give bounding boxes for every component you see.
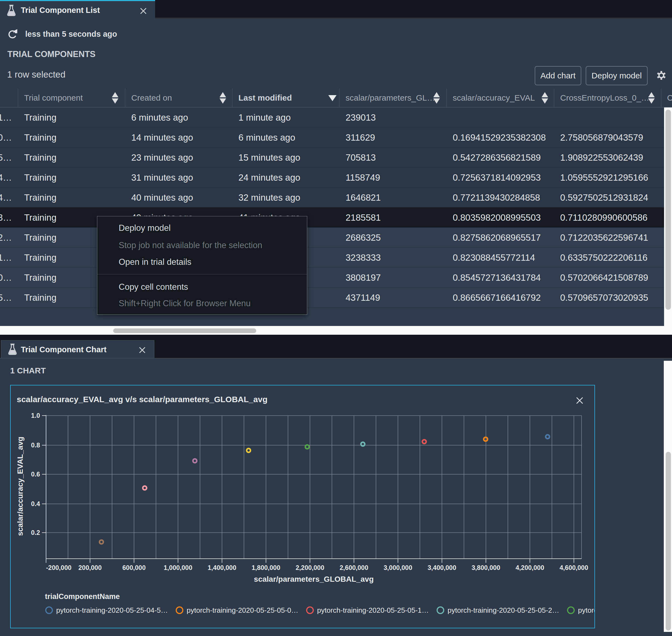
svg-text:0.2: 0.2 xyxy=(31,529,40,536)
svg-text:4,200,000: 4,200,000 xyxy=(515,564,544,571)
svg-text:pytorch-training-2020-05-25-05: pytorch-training-2020-05-25-05-0… xyxy=(187,606,299,614)
svg-text:1,800,000: 1,800,000 xyxy=(251,564,280,571)
svg-text:-200,000: -200,000 xyxy=(46,564,72,571)
svg-text:0.8: 0.8 xyxy=(31,442,40,449)
svg-text:pytorch-training-2020-05-25-05: pytorch-training-2020-05-25-05-1… xyxy=(317,606,429,614)
svg-text:200,000: 200,000 xyxy=(78,564,102,571)
svg-text:pytorch-training-2020-05-25-04: pytorch-training-2020-05-25-04-5… xyxy=(56,606,168,614)
svg-text:3,000,000: 3,000,000 xyxy=(384,564,412,571)
svg-text:3,800,000: 3,800,000 xyxy=(472,564,501,571)
svg-text:scalar/parameters_GLOBAL_avg: scalar/parameters_GLOBAL_avg xyxy=(254,575,373,583)
svg-text:2,200,000: 2,200,000 xyxy=(296,564,325,571)
svg-text:0.4: 0.4 xyxy=(31,500,40,508)
svg-text:pytorch-training-2020-05-25-05: pytorch-training-2020-05-25-05-2… xyxy=(448,606,559,614)
svg-text:1.0: 1.0 xyxy=(31,412,40,419)
svg-text:600,000: 600,000 xyxy=(123,564,146,571)
svg-text:scalar/accuracy_EVAL_avg: scalar/accuracy_EVAL_avg xyxy=(16,437,24,536)
svg-text:4,600,000: 4,600,000 xyxy=(559,564,588,571)
svg-text:1,000,000: 1,000,000 xyxy=(164,564,192,571)
svg-text:trialComponentName: trialComponentName xyxy=(45,592,120,601)
svg-text:2,600,000: 2,600,000 xyxy=(340,564,368,571)
svg-text:pytorch-training-2020-05-25-05: pytorch-training-2020-05-25-05-2… xyxy=(578,606,594,614)
svg-text:3,400,000: 3,400,000 xyxy=(428,564,456,571)
svg-text:1,400,000: 1,400,000 xyxy=(208,564,237,571)
svg-text:0.6: 0.6 xyxy=(31,471,40,478)
